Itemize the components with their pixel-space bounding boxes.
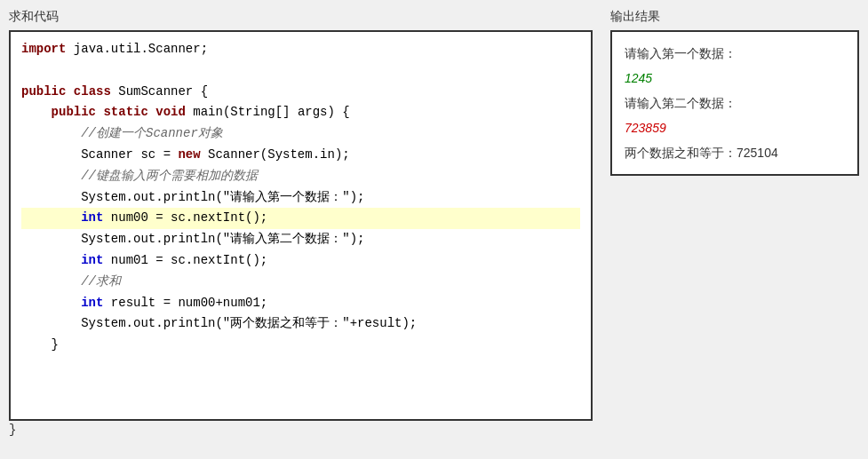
code-line-15: }	[21, 335, 580, 356]
code-box: import java.util.Scanner; public class S…	[9, 30, 593, 421]
code-line-12: //求和	[21, 272, 580, 293]
main-container: 求和代码 import java.util.Scanner; public cl…	[9, 9, 859, 437]
code-line-1: import java.util.Scanner;	[21, 39, 580, 60]
output-box: 请输入第一个数据： 1245 请输入第二个数据： 723859 两个数据之和等于…	[610, 30, 859, 176]
right-title: 输出结果	[610, 9, 859, 25]
code-line-10: System.out.println("请输入第二个数据：");	[21, 229, 580, 250]
right-panel: 输出结果 请输入第一个数据： 1245 请输入第二个数据： 723859 两个数…	[610, 9, 859, 176]
code-line-14: System.out.println("两个数据之和等于："+result);	[21, 313, 580, 335]
code-line-4: public static void main(String[] args) {	[21, 102, 580, 123]
output-line3: 两个数据之和等于：725104	[625, 140, 845, 165]
code-line-9: int num00 = sc.nextInt();	[21, 208, 580, 229]
output-line3-label: 两个数据之和等于：	[625, 146, 737, 160]
code-line-3: public class SumScanner {	[21, 82, 580, 103]
code-line-2	[21, 60, 580, 82]
output-line2-label: 请输入第二个数据：	[625, 91, 845, 115]
left-title: 求和代码	[9, 9, 593, 25]
code-line-5: //创建一个Scanner对象	[21, 123, 580, 145]
code-line-13: int result = num00+num01;	[21, 293, 580, 314]
code-line-11: int num01 = sc.nextInt();	[21, 250, 580, 272]
output-line3-value: 725104	[737, 146, 778, 160]
code-line-7: //键盘输入两个需要相加的数据	[21, 166, 580, 187]
output-line1-label: 请输入第一个数据：	[625, 41, 845, 66]
code-line-8: System.out.println("请输入第一个数据：");	[21, 187, 580, 209]
left-panel: 求和代码 import java.util.Scanner; public cl…	[9, 9, 593, 437]
bottom-brace: }	[9, 423, 593, 437]
output-line2-value: 723859	[625, 115, 845, 140]
code-line-6: Scanner sc = new Scanner(System.in);	[21, 145, 580, 166]
output-line1-value: 1245	[625, 66, 845, 91]
